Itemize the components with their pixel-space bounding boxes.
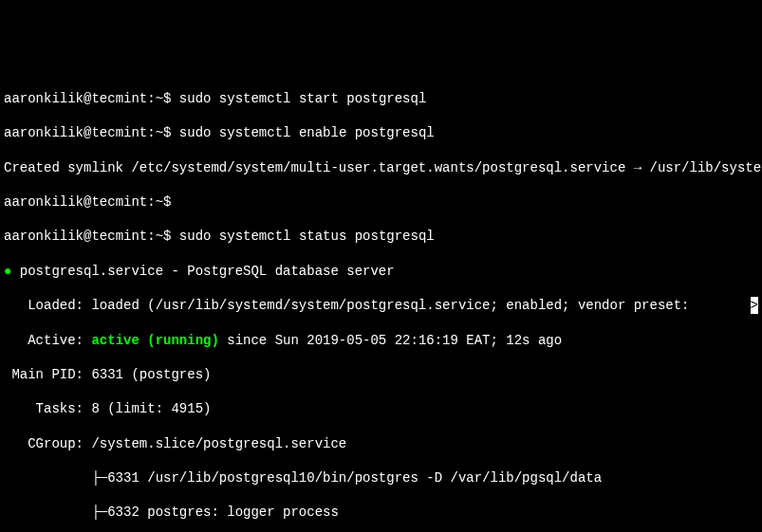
active-status: active (running) [91, 333, 218, 348]
prompt-user: aaronkilik [4, 91, 84, 106]
truncate-indicator: > [751, 297, 758, 314]
status-command: sudo systemctl status postgresql [179, 229, 435, 244]
terminal-window[interactable]: aaronkilik@tecmint:~$ sudo systemctl sta… [4, 73, 758, 532]
prompt-sep: : [147, 125, 155, 140]
service-header: ● postgresql.service - PostgreSQL databa… [4, 263, 758, 280]
service-name: postgresql.service - PostgreSQL database… [20, 264, 395, 279]
prompt-symbol: $ [163, 91, 171, 106]
process-row: ├─6331 /usr/lib/postgresql10/bin/postgre… [4, 469, 758, 486]
prompt-user: aaronkilik [4, 125, 84, 140]
prompt-sep: : [147, 91, 155, 106]
cgroup-line: CGroup: /system.slice/postgresql.service [4, 435, 758, 452]
prompt-sep: : [147, 229, 155, 244]
prompt-path: ~ [156, 194, 163, 210]
main-pid-line: Main PID: 6331 (postgres) [4, 366, 758, 383]
prompt-host: tecmint [91, 194, 147, 210]
process-row: ├─6332 postgres: logger process [4, 504, 758, 521]
enable-command: sudo systemctl enable postgresql [179, 125, 435, 140]
active-prefix: Active: [4, 333, 91, 348]
prompt-host: tecmint [91, 91, 147, 106]
command-line: aaronkilik@tecmint:~$ sudo systemctl sta… [4, 228, 758, 245]
prompt-symbol: $ [163, 125, 171, 140]
prompt-symbol: $ [163, 194, 171, 210]
active-line: Active: active (running) since Sun 2019-… [4, 332, 758, 349]
tasks-line: Tasks: 8 (limit: 4915) [4, 400, 758, 417]
prompt-symbol: $ [163, 229, 171, 244]
command-line: aaronkilik@tecmint:~$ sudo systemctl sta… [4, 90, 758, 107]
prompt-path: ~ [156, 125, 163, 140]
empty-prompt: aaronkilik@tecmint:~$ [4, 193, 758, 211]
active-suffix: since Sun 2019-05-05 22:16:19 EAT; 12s a… [219, 333, 562, 348]
prompt-sep: : [147, 194, 155, 210]
prompt-user: aaronkilik [4, 229, 84, 244]
loaded-line: Loaded: loaded (/usr/lib/systemd/system/… [4, 297, 758, 314]
prompt-host: tecmint [91, 229, 147, 244]
prompt-host: tecmint [91, 125, 147, 140]
start-command: sudo systemctl start postgresql [179, 91, 426, 106]
loaded-text: Loaded: loaded (/usr/lib/systemd/system/… [4, 298, 697, 313]
command-line: aaronkilik@tecmint:~$ sudo systemctl ena… [4, 124, 758, 141]
prompt-path: ~ [156, 229, 163, 244]
status-dot-icon: ● [4, 264, 11, 279]
prompt-user: aaronkilik [4, 194, 84, 210]
prompt-path: ~ [156, 91, 163, 106]
symlink-output: Created symlink /etc/systemd/system/mult… [4, 159, 758, 176]
